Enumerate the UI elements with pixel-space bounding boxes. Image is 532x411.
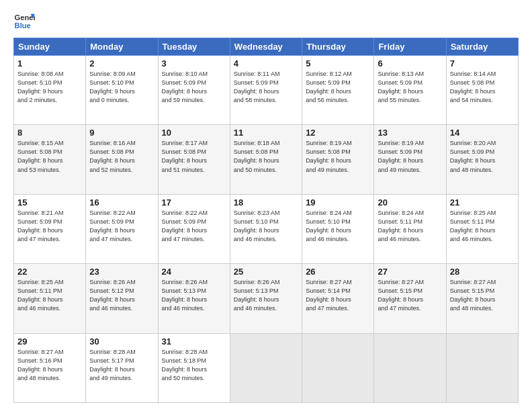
- day-info: Sunrise: 8:26 AM Sunset: 5:12 PM Dayligh…: [89, 278, 154, 313]
- day-number: 30: [89, 336, 154, 347]
- day-number: 1: [17, 58, 82, 68]
- day-info: Sunrise: 8:26 AM Sunset: 5:13 PM Dayligh…: [162, 278, 226, 313]
- day-number: 25: [234, 267, 298, 277]
- day-info: Sunrise: 8:15 AM Sunset: 5:08 PM Dayligh…: [17, 139, 82, 174]
- page: General Blue SundayMondayTuesdayWednesda…: [0, 0, 532, 411]
- day-number: 20: [378, 197, 442, 208]
- day-info: Sunrise: 8:27 AM Sunset: 5:14 PM Dayligh…: [306, 278, 370, 313]
- day-info: Sunrise: 8:19 AM Sunset: 5:08 PM Dayligh…: [306, 139, 370, 174]
- col-header-monday: Monday: [86, 38, 158, 56]
- day-info: Sunrise: 8:25 AM Sunset: 5:11 PM Dayligh…: [17, 278, 82, 313]
- day-cell-16: 16Sunrise: 8:22 AM Sunset: 5:09 PM Dayli…: [86, 194, 158, 263]
- day-number: 31: [162, 336, 226, 347]
- day-cell-2: 2Sunrise: 8:09 AM Sunset: 5:10 PM Daylig…: [86, 56, 158, 125]
- day-cell-13: 13Sunrise: 8:19 AM Sunset: 5:09 PM Dayli…: [374, 125, 446, 194]
- empty-cell: [230, 333, 302, 402]
- day-number: 6: [378, 58, 442, 68]
- day-cell-7: 7Sunrise: 8:14 AM Sunset: 5:08 PM Daylig…: [446, 56, 518, 125]
- day-cell-4: 4Sunrise: 8:11 AM Sunset: 5:09 PM Daylig…: [230, 56, 302, 125]
- day-info: Sunrise: 8:11 AM Sunset: 5:09 PM Dayligh…: [234, 70, 298, 105]
- day-number: 2: [89, 58, 154, 68]
- day-cell-9: 9Sunrise: 8:16 AM Sunset: 5:08 PM Daylig…: [86, 125, 158, 194]
- day-number: 16: [89, 197, 154, 208]
- day-info: Sunrise: 8:26 AM Sunset: 5:13 PM Dayligh…: [234, 278, 298, 313]
- day-number: 29: [17, 336, 82, 347]
- day-number: 5: [306, 58, 370, 68]
- day-info: Sunrise: 8:08 AM Sunset: 5:10 PM Dayligh…: [17, 70, 82, 105]
- day-number: 26: [306, 267, 370, 277]
- day-info: Sunrise: 8:24 AM Sunset: 5:11 PM Dayligh…: [378, 209, 442, 244]
- day-number: 15: [17, 197, 82, 208]
- day-info: Sunrise: 8:22 AM Sunset: 5:09 PM Dayligh…: [89, 209, 154, 244]
- day-info: Sunrise: 8:14 AM Sunset: 5:08 PM Dayligh…: [450, 70, 515, 105]
- day-cell-27: 27Sunrise: 8:27 AM Sunset: 5:15 PM Dayli…: [374, 264, 446, 333]
- col-header-tuesday: Tuesday: [158, 38, 230, 56]
- day-number: 8: [17, 128, 82, 138]
- logo-icon: General Blue: [13, 11, 35, 32]
- day-number: 24: [162, 267, 226, 277]
- day-info: Sunrise: 8:27 AM Sunset: 5:15 PM Dayligh…: [378, 278, 442, 313]
- day-cell-18: 18Sunrise: 8:23 AM Sunset: 5:10 PM Dayli…: [230, 194, 302, 263]
- svg-text:Blue: Blue: [15, 21, 31, 30]
- day-number: 27: [378, 267, 442, 277]
- day-info: Sunrise: 8:28 AM Sunset: 5:18 PM Dayligh…: [162, 348, 226, 383]
- day-number: 17: [162, 197, 226, 208]
- day-cell-22: 22Sunrise: 8:25 AM Sunset: 5:11 PM Dayli…: [14, 264, 86, 333]
- day-number: 28: [450, 267, 515, 277]
- day-cell-19: 19Sunrise: 8:24 AM Sunset: 5:10 PM Dayli…: [302, 194, 374, 263]
- day-number: 19: [306, 197, 370, 208]
- day-cell-21: 21Sunrise: 8:25 AM Sunset: 5:11 PM Dayli…: [446, 194, 518, 263]
- calendar-table: SundayMondayTuesdayWednesdayThursdayFrid…: [13, 38, 519, 403]
- day-info: Sunrise: 8:12 AM Sunset: 5:09 PM Dayligh…: [306, 70, 370, 105]
- day-info: Sunrise: 8:28 AM Sunset: 5:17 PM Dayligh…: [89, 348, 154, 383]
- week-row-5: 29Sunrise: 8:27 AM Sunset: 5:16 PM Dayli…: [14, 333, 519, 402]
- day-number: 13: [378, 128, 442, 138]
- day-cell-1: 1Sunrise: 8:08 AM Sunset: 5:10 PM Daylig…: [14, 56, 86, 125]
- day-info: Sunrise: 8:19 AM Sunset: 5:09 PM Dayligh…: [378, 139, 442, 174]
- day-cell-23: 23Sunrise: 8:26 AM Sunset: 5:12 PM Dayli…: [86, 264, 158, 333]
- day-cell-26: 26Sunrise: 8:27 AM Sunset: 5:14 PM Dayli…: [302, 264, 374, 333]
- day-cell-31: 31Sunrise: 8:28 AM Sunset: 5:18 PM Dayli…: [158, 333, 230, 402]
- day-number: 9: [89, 128, 154, 138]
- day-cell-14: 14Sunrise: 8:20 AM Sunset: 5:09 PM Dayli…: [446, 125, 518, 194]
- day-info: Sunrise: 8:25 AM Sunset: 5:11 PM Dayligh…: [450, 209, 515, 244]
- day-cell-30: 30Sunrise: 8:28 AM Sunset: 5:17 PM Dayli…: [86, 333, 158, 402]
- day-info: Sunrise: 8:18 AM Sunset: 5:08 PM Dayligh…: [234, 139, 298, 174]
- day-number: 22: [17, 267, 82, 277]
- day-info: Sunrise: 8:16 AM Sunset: 5:08 PM Dayligh…: [89, 139, 154, 174]
- day-cell-3: 3Sunrise: 8:10 AM Sunset: 5:09 PM Daylig…: [158, 56, 230, 125]
- day-number: 21: [450, 197, 515, 208]
- day-info: Sunrise: 8:17 AM Sunset: 5:08 PM Dayligh…: [162, 139, 226, 174]
- day-cell-28: 28Sunrise: 8:27 AM Sunset: 5:15 PM Dayli…: [446, 264, 518, 333]
- day-cell-12: 12Sunrise: 8:19 AM Sunset: 5:08 PM Dayli…: [302, 125, 374, 194]
- day-info: Sunrise: 8:27 AM Sunset: 5:16 PM Dayligh…: [17, 348, 82, 383]
- day-cell-24: 24Sunrise: 8:26 AM Sunset: 5:13 PM Dayli…: [158, 264, 230, 333]
- day-cell-20: 20Sunrise: 8:24 AM Sunset: 5:11 PM Dayli…: [374, 194, 446, 263]
- header: General Blue: [13, 11, 519, 32]
- day-cell-10: 10Sunrise: 8:17 AM Sunset: 5:08 PM Dayli…: [158, 125, 230, 194]
- day-number: 14: [450, 128, 515, 138]
- col-header-saturday: Saturday: [446, 38, 518, 56]
- day-info: Sunrise: 8:24 AM Sunset: 5:10 PM Dayligh…: [306, 209, 370, 244]
- day-number: 7: [450, 58, 515, 68]
- day-cell-5: 5Sunrise: 8:12 AM Sunset: 5:09 PM Daylig…: [302, 56, 374, 125]
- day-info: Sunrise: 8:09 AM Sunset: 5:10 PM Dayligh…: [89, 70, 154, 105]
- header-row: SundayMondayTuesdayWednesdayThursdayFrid…: [14, 38, 519, 56]
- day-number: 10: [162, 128, 226, 138]
- day-info: Sunrise: 8:23 AM Sunset: 5:10 PM Dayligh…: [234, 209, 298, 244]
- day-number: 11: [234, 128, 298, 138]
- day-number: 23: [89, 267, 154, 277]
- week-row-1: 1Sunrise: 8:08 AM Sunset: 5:10 PM Daylig…: [14, 56, 519, 125]
- day-cell-11: 11Sunrise: 8:18 AM Sunset: 5:08 PM Dayli…: [230, 125, 302, 194]
- empty-cell: [374, 333, 446, 402]
- logo: General Blue: [13, 11, 35, 32]
- col-header-thursday: Thursday: [302, 38, 374, 56]
- day-cell-8: 8Sunrise: 8:15 AM Sunset: 5:08 PM Daylig…: [14, 125, 86, 194]
- day-info: Sunrise: 8:27 AM Sunset: 5:15 PM Dayligh…: [450, 278, 515, 313]
- col-header-sunday: Sunday: [14, 38, 86, 56]
- day-info: Sunrise: 8:21 AM Sunset: 5:09 PM Dayligh…: [17, 209, 82, 244]
- col-header-friday: Friday: [374, 38, 446, 56]
- empty-cell: [446, 333, 518, 402]
- day-number: 3: [162, 58, 226, 68]
- day-cell-17: 17Sunrise: 8:22 AM Sunset: 5:09 PM Dayli…: [158, 194, 230, 263]
